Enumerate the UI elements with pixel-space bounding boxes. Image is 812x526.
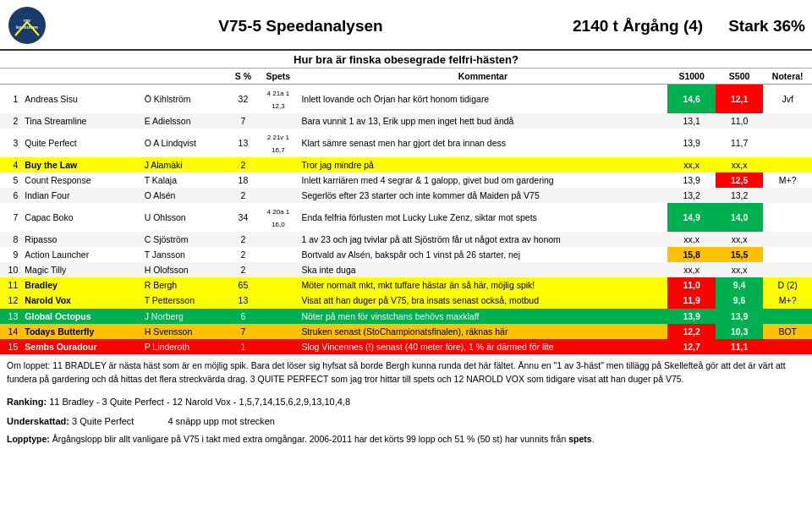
cell-num: 14 <box>0 324 21 339</box>
cell-sp: 1 <box>228 339 258 354</box>
cell-note <box>763 247 812 262</box>
cell-s500: 11,0 <box>716 113 764 129</box>
cell-comment: Ska inte duga <box>298 262 667 277</box>
key-question: Hur bra är finska obesegrade felfri-häst… <box>0 51 812 68</box>
cell-comment: Nöter på men för vinstchans behövs maxkl… <box>298 309 667 324</box>
cell-sp: 13 <box>228 293 258 308</box>
cell-sp: 34 <box>228 203 258 232</box>
cell-num: 8 <box>0 232 21 247</box>
cell-jockey: H Svensson <box>141 324 228 339</box>
cell-spets <box>258 113 298 129</box>
cell-sp: 65 <box>228 277 258 293</box>
cell-comment: Inlett lovande och Örjan har kört honom … <box>298 85 667 113</box>
logo: rav konsulten <box>7 5 47 47</box>
table-row: 1 Andreas Sisu Ö Kihlström 32 4 21a 1 12… <box>0 85 812 113</box>
cell-comment: Slog Vincennes (!) senast (40 meter före… <box>298 339 667 354</box>
cell-s1000: 13,1 <box>667 113 716 129</box>
table-row: 12 Narold Vox T Pettersson 13 Visat att … <box>0 293 812 308</box>
cell-note <box>763 203 812 232</box>
cell-horse: Narold Vox <box>21 293 140 308</box>
cell-comment: Visat att han duger på V75, bra insats s… <box>298 293 667 308</box>
cell-horse: Andreas Sisu <box>21 85 140 113</box>
cell-sp: 2 <box>228 247 258 262</box>
cell-spets <box>258 262 298 277</box>
table-row: 9 Action Launcher T Jansson 2 Bortvald a… <box>0 247 812 262</box>
cell-jockey: U Ohlsson <box>141 203 228 232</box>
cell-s500: xx,x <box>716 262 764 277</box>
table-row: 2 Tina Streamline E Adielsson 7 Bara vun… <box>0 113 812 129</box>
cell-sp: 6 <box>228 309 258 324</box>
cell-sp: 7 <box>228 113 258 129</box>
underskattad-label: Underskattad: <box>7 416 69 426</box>
cell-s1000: 13,9 <box>667 129 716 157</box>
table-row: 4 Buy the Law J Alamäki 2 Tror jag mindr… <box>0 157 812 173</box>
col-header-spets: Spets <box>258 68 298 85</box>
cell-sp: 18 <box>228 173 258 188</box>
cell-s500: 13,9 <box>716 309 764 324</box>
table-header-row: S % Spets Kommentar S1000 S500 Notera! <box>0 68 812 85</box>
cell-note <box>763 129 812 157</box>
cell-jockey: H Olofsson <box>141 262 228 277</box>
cell-spets <box>258 188 298 203</box>
cell-note: M+? <box>763 173 812 188</box>
cell-jockey: J Alamäki <box>141 157 228 173</box>
ranking-label: Ranking: <box>7 397 47 407</box>
cell-jockey: Ö Kihlström <box>141 85 228 113</box>
cell-horse: Magic Tilly <box>21 262 140 277</box>
cell-s500: 11,7 <box>716 129 764 157</box>
cell-jockey: T Kalaja <box>141 173 228 188</box>
table-row: 6 Indian Four O Alsén 2 Segerlös efter 2… <box>0 188 812 203</box>
col-header-comment: Kommentar <box>298 68 667 85</box>
cell-horse: Bradley <box>21 277 140 293</box>
cell-comment: Inlett karriären med 4 segrar & 1 galopp… <box>298 173 667 188</box>
cell-sp: 13 <box>228 129 258 157</box>
cell-spets <box>258 232 298 247</box>
cell-comment: Bortvald av Alsén, bakspår och 1 vinst p… <box>298 247 667 262</box>
cell-num: 10 <box>0 262 21 277</box>
cell-s1000: xx,x <box>667 262 716 277</box>
cell-spets <box>258 339 298 354</box>
cell-sp: 7 <box>228 324 258 339</box>
cell-jockey: J Norberg <box>141 309 228 324</box>
lopptype-value: Årgångslopp blir allt vanligare på V75 i… <box>52 434 595 444</box>
col-header-s1000: S1000 <box>667 68 716 85</box>
cell-spets <box>258 247 298 262</box>
table-row: 10 Magic Tilly H Olofsson 2 Ska inte dug… <box>0 262 812 277</box>
table-row: 3 Quite Perfect O A Lindqvist 13 2 21v 1… <box>0 129 812 157</box>
col-header-horse <box>21 68 140 85</box>
cell-spets <box>258 293 298 308</box>
cell-horse: Ripasso <box>21 232 140 247</box>
cell-num: 4 <box>0 157 21 173</box>
cell-note <box>763 157 812 173</box>
lopptype-label: Lopptype: <box>7 434 52 444</box>
cell-s1000: xx,x <box>667 232 716 247</box>
cell-num: 9 <box>0 247 21 262</box>
header-right: Stark 36% <box>728 17 805 36</box>
cell-horse: Quite Perfect <box>21 129 140 157</box>
ranking-value: 11 Bradley - 3 Quite Perfect - 12 Narold… <box>49 397 350 407</box>
col-header-jockey <box>141 68 228 85</box>
table-row: 14 Todays Butterfly H Svensson 7 Struken… <box>0 324 812 339</box>
cell-num: 1 <box>0 85 21 113</box>
cell-s500: 12,1 <box>716 85 764 113</box>
cell-horse: Indian Four <box>21 188 140 203</box>
cell-jockey: R Bergh <box>141 277 228 293</box>
cell-jockey: O A Lindqvist <box>141 129 228 157</box>
cell-horse: Capac Boko <box>21 203 140 232</box>
speed-analysis-table: S % Spets Kommentar S1000 S500 Notera! 1… <box>0 68 812 354</box>
underskattad-value: 3 Quite Perfect <box>72 416 134 426</box>
cell-comment: Tror jag mindre på <box>298 157 667 173</box>
cell-note <box>763 188 812 203</box>
cell-jockey: T Jansson <box>141 247 228 262</box>
header-container: rav konsulten V75-5 Speedanalysen 2140 t… <box>0 0 812 51</box>
cell-note: M+? <box>763 293 812 308</box>
col-header-num <box>0 68 21 85</box>
cell-s500: 9,6 <box>716 293 764 308</box>
cell-num: 5 <box>0 173 21 188</box>
cell-horse: Action Launcher <box>21 247 140 262</box>
cell-spets <box>258 324 298 339</box>
cell-spets <box>258 157 298 173</box>
cell-comment: Klart sämre senast men har gjort det bra… <box>298 129 667 157</box>
cell-s1000: 13,9 <box>667 173 716 188</box>
header-middle: 2140 t Årgång (4) <box>573 17 703 36</box>
